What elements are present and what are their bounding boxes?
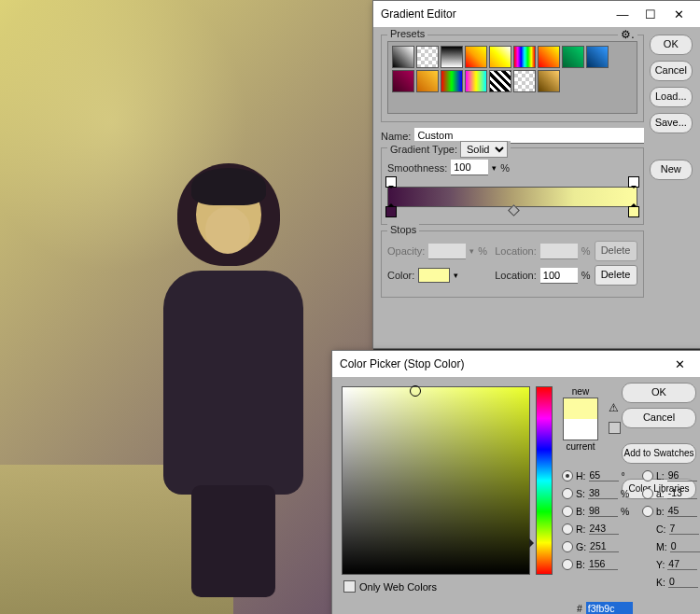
y-input[interactable] [667, 558, 697, 570]
presets-label: Presets [387, 28, 427, 39]
save-button[interactable]: Save... [650, 113, 693, 133]
opacity-stop-right[interactable] [628, 176, 639, 188]
only-web-checkbox[interactable] [343, 580, 356, 593]
window-title: Color Picker (Stop Color) [340, 357, 464, 370]
bc-input[interactable] [588, 558, 618, 570]
smoothness-input[interactable] [451, 160, 488, 175]
gradient-ramp[interactable] [387, 187, 637, 207]
r-input[interactable] [589, 523, 619, 535]
ok-button[interactable]: OK [622, 383, 696, 403]
saturation-value-field[interactable] [342, 386, 530, 575]
gamut-warning-icon[interactable]: ⚠ [609, 401, 619, 414]
close-icon[interactable]: ✕ [665, 1, 693, 27]
preset-swatches[interactable] [387, 41, 637, 114]
delete-opacity-stop-button: Delete [595, 241, 637, 261]
ok-button[interactable]: OK [650, 35, 693, 55]
new-button[interactable]: New [650, 160, 693, 180]
stop-location-a-input [540, 244, 578, 259]
s-radio[interactable] [562, 488, 573, 499]
r-radio[interactable] [562, 523, 573, 535]
cancel-button[interactable]: Cancel [622, 408, 696, 428]
gradient-editor-window: Gradient Editor — ☐ ✕ Presets ⚙. [372, 0, 700, 349]
hash-label: # [577, 603, 582, 614]
l-input[interactable] [667, 469, 697, 481]
c-input[interactable] [669, 523, 699, 535]
delete-color-stop-button[interactable]: Delete [595, 265, 637, 286]
websafe-warning-icon[interactable] [609, 422, 621, 434]
stop-location-b-input[interactable] [540, 268, 578, 284]
color-picker-titlebar[interactable]: Color Picker (Stop Color) ✕ [332, 351, 700, 377]
new-current-preview: new current [560, 386, 601, 452]
presets-group: Presets ⚙. [381, 35, 644, 122]
chevron-down-icon[interactable]: ▾ [454, 271, 458, 280]
k-input[interactable] [668, 576, 698, 588]
s-input[interactable] [588, 487, 618, 499]
stops-group: Stops Opacity: ▾ % Location: % Delete Co… [381, 230, 644, 298]
color-picker-window: Color Picker (Stop Color) ✕ new current … [331, 350, 700, 614]
gradient-type-group: Gradient Type: Solid Smoothness: ▾ % [381, 147, 644, 225]
gradient-type-select[interactable]: Solid [460, 141, 508, 158]
h-input[interactable] [589, 469, 619, 481]
l-radio[interactable] [642, 470, 653, 481]
bc-radio[interactable] [562, 559, 573, 570]
name-label: Name: [381, 131, 411, 142]
a-input[interactable] [667, 487, 697, 499]
chevron-down-icon[interactable]: ▾ [492, 163, 497, 173]
add-swatches-button[interactable]: Add to Swatches [622, 443, 696, 464]
hex-input[interactable] [586, 602, 633, 614]
opacity-stop-left[interactable] [385, 176, 397, 188]
close-icon[interactable]: ✕ [665, 351, 693, 377]
minimize-icon[interactable]: — [609, 1, 637, 27]
bv-radio[interactable] [562, 506, 573, 517]
stop-color-well[interactable] [418, 268, 450, 283]
g-radio[interactable] [562, 541, 573, 552]
a-radio[interactable] [642, 488, 653, 499]
stops-label: Stops [387, 224, 419, 235]
new-color-swatch[interactable] [564, 398, 597, 419]
maximize-icon[interactable]: ☐ [637, 1, 665, 27]
current-color-swatch[interactable] [564, 419, 597, 440]
smoothness-label: Smoothness: [387, 162, 447, 174]
lab-b-input[interactable] [667, 505, 697, 517]
g-input[interactable] [589, 540, 619, 552]
gear-icon[interactable]: ⚙. [618, 28, 637, 41]
hue-pointer[interactable] [529, 538, 539, 548]
photo-canvas [0, 0, 373, 614]
stop-opacity-input [428, 244, 466, 259]
photo-subject [112, 168, 317, 597]
load-button[interactable]: Load... [650, 87, 693, 107]
gradient-editor-titlebar[interactable]: Gradient Editor — ☐ ✕ [373, 1, 700, 27]
hue-slider[interactable] [536, 386, 553, 575]
bv-input[interactable] [588, 505, 618, 517]
sv-cursor[interactable] [410, 385, 421, 397]
cancel-button[interactable]: Cancel [650, 61, 693, 81]
color-stop-right[interactable] [628, 206, 639, 217]
color-stop-left[interactable] [385, 206, 397, 217]
window-title: Gradient Editor [381, 7, 456, 21]
h-radio[interactable] [562, 470, 573, 481]
b-radio[interactable] [642, 506, 653, 517]
only-web-label: Only Web Colors [359, 581, 437, 593]
m-input[interactable] [670, 540, 700, 552]
